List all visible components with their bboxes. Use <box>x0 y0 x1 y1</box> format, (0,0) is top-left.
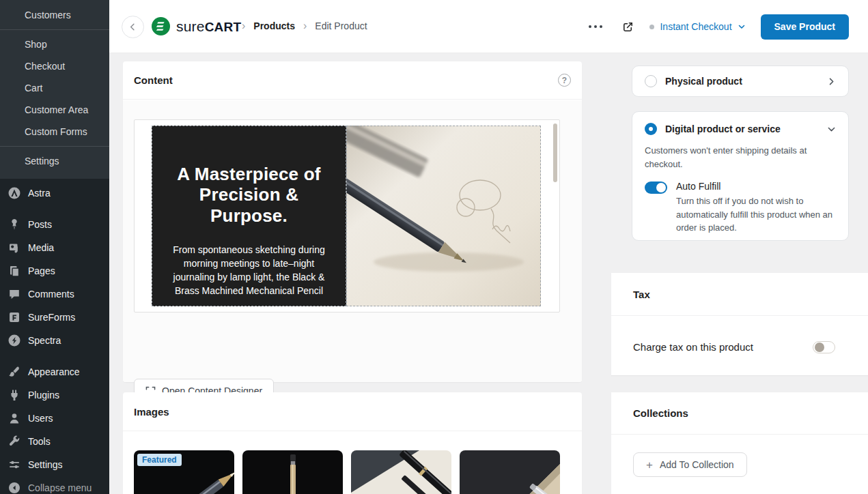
surecart-logo[interactable]: sureCART <box>152 17 241 35</box>
digital-product-description: Customers won't enter shipping details a… <box>645 144 836 171</box>
sidebar-item-label: Comments <box>28 289 74 300</box>
sidebar-item-shop[interactable]: Shop <box>0 33 109 55</box>
image-thumbnails: Featured <box>134 450 560 494</box>
sidebar-item-tools[interactable]: Tools <box>0 430 109 453</box>
sidebar-item-plugins[interactable]: Plugins <box>0 383 109 407</box>
content-preview[interactable]: A Masterpiece of Precision & Purpose. Fr… <box>134 119 560 313</box>
product-image-4[interactable] <box>460 450 560 494</box>
sidebar-item-customers[interactable]: Customers <box>0 4 109 26</box>
tax-card: Tax Charge tax on this product <box>611 273 868 375</box>
collections-card-title: Collections <box>633 407 688 419</box>
sidebar-item-label: Posts <box>28 219 52 230</box>
more-options-button[interactable] <box>585 21 606 32</box>
instant-checkout-label: Instant Checkout <box>660 21 731 32</box>
save-product-button[interactable]: Save Product <box>761 14 849 40</box>
back-button[interactable] <box>122 16 144 38</box>
chevron-down-icon[interactable] <box>827 125 836 134</box>
preview-scrollbar-thumb[interactable] <box>553 124 557 182</box>
sidebar-item-cart[interactable]: Cart <box>0 77 109 99</box>
sidebar-item-customer-area[interactable]: Customer Area <box>0 99 109 121</box>
featured-badge: Featured <box>137 454 182 466</box>
digital-product-radio[interactable] <box>645 123 657 135</box>
charge-tax-toggle[interactable] <box>813 341 835 353</box>
product-image-2[interactable] <box>242 450 343 494</box>
open-external-button[interactable] <box>621 20 634 33</box>
wrench-icon <box>8 435 21 448</box>
product-image-3[interactable] <box>351 450 451 494</box>
content-card: Content ? A Masterpiece of Precision & P… <box>123 61 582 382</box>
sidebar-item-label: Spectra <box>28 335 61 346</box>
digital-product-option: Digital product or service Customers won… <box>632 111 849 241</box>
add-to-collection-label: Add To Collection <box>660 459 734 470</box>
sidebar-item-users[interactable]: Users <box>0 407 109 430</box>
status-dot-icon <box>649 25 654 29</box>
breadcrumb-separator: › <box>303 20 307 31</box>
sidebar-item-pages[interactable]: Pages <box>0 259 109 282</box>
sidebar-item-media[interactable]: Media <box>0 236 109 259</box>
collections-card: Collections + Add To Collection <box>611 392 868 494</box>
topbar: sureCART › Products › Edit Product Insta… <box>109 0 868 53</box>
content-card-title: Content <box>134 74 173 86</box>
sidebar-item-label: Collapse menu <box>28 482 92 493</box>
comment-bubble-icon <box>8 287 21 301</box>
sidebar-item-label: Appearance <box>28 366 80 377</box>
sidebar-collapse-menu[interactable]: Collapse menu <box>0 476 109 494</box>
auto-fulfill-toggle[interactable] <box>645 181 667 194</box>
sidebar-item-label: Astra <box>28 188 51 199</box>
sliders-icon <box>8 458 21 471</box>
plug-icon <box>8 388 21 402</box>
sidebar-item-label: Pages <box>28 265 55 276</box>
submenu-divider <box>0 29 109 30</box>
charge-tax-label: Charge tax on this product <box>633 341 753 353</box>
surecart-submenu: Customers Shop Checkout Cart Customer Ar… <box>0 0 109 179</box>
sidebar-item-checkout[interactable]: Checkout <box>0 55 109 77</box>
sidebar-item-sureforms[interactable]: SureForms <box>0 306 109 329</box>
content-preview-paragraph: From spontaneous sketching during mornin… <box>169 244 328 298</box>
auto-fulfill-description: Turn this off if you do not wish to auto… <box>676 194 836 235</box>
sidebar-item-comments[interactable]: Comments <box>0 282 109 306</box>
pages-icon <box>8 264 21 278</box>
sidebar-item-settings[interactable]: Settings <box>0 453 109 476</box>
arrow-left-icon <box>128 22 138 32</box>
content-preview-text-block: A Masterpiece of Precision & Purpose. Fr… <box>152 126 346 306</box>
surecart-wordmark: sureCART <box>176 18 241 35</box>
sidebar-item-label: Settings <box>28 459 63 470</box>
pushpin-icon <box>8 218 21 231</box>
sidebar-item-appearance[interactable]: Appearance <box>0 360 109 383</box>
brush-icon <box>8 365 21 379</box>
add-to-collection-button[interactable]: + Add To Collection <box>633 452 747 477</box>
collapse-icon <box>8 481 21 494</box>
wp-main-menu: Astra Posts Media Pages Comments SureF <box>0 179 109 494</box>
astra-icon <box>8 186 21 200</box>
external-link-icon <box>621 20 634 33</box>
sidebar-item-surecart-settings[interactable]: Settings <box>0 150 109 172</box>
sidebar-item-posts[interactable]: Posts <box>0 213 109 236</box>
physical-product-radio[interactable] <box>645 75 657 87</box>
help-icon[interactable]: ? <box>558 74 571 87</box>
instant-checkout-dropdown[interactable]: Instant Checkout <box>649 21 745 32</box>
user-icon <box>8 411 21 425</box>
submenu-divider <box>0 146 109 147</box>
digital-product-label: Digital product or service <box>665 124 819 134</box>
tax-card-title: Tax <box>633 289 650 300</box>
product-image-1[interactable]: Featured <box>134 450 234 494</box>
plus-icon: + <box>646 459 653 471</box>
physical-product-label: Physical product <box>665 76 819 87</box>
physical-product-option[interactable]: Physical product <box>632 66 849 97</box>
content-preview-image <box>346 126 541 306</box>
images-card: Images Featured <box>123 392 582 494</box>
wp-admin-sidebar: Customers Shop Checkout Cart Customer Ar… <box>0 0 109 494</box>
sidebar-item-astra[interactable]: Astra <box>0 181 109 205</box>
breadcrumb-products[interactable]: Products <box>253 20 295 31</box>
breadcrumb: › Products › Edit Product <box>242 20 367 31</box>
sidebar-item-label: SureForms <box>28 312 75 323</box>
sidebar-item-custom-forms[interactable]: Custom Forms <box>0 121 109 143</box>
images-card-title: Images <box>134 406 169 418</box>
sidebar-item-label: Tools <box>28 436 51 447</box>
content-preview-headline: A Masterpiece of Precision & Purpose. <box>169 164 328 226</box>
sidebar-item-spectra[interactable]: Spectra <box>0 329 109 352</box>
sidebar-item-label: Media <box>28 242 54 253</box>
spectra-icon <box>8 334 21 347</box>
breadcrumb-separator: › <box>242 20 245 31</box>
sidebar-item-label: Users <box>28 413 53 424</box>
